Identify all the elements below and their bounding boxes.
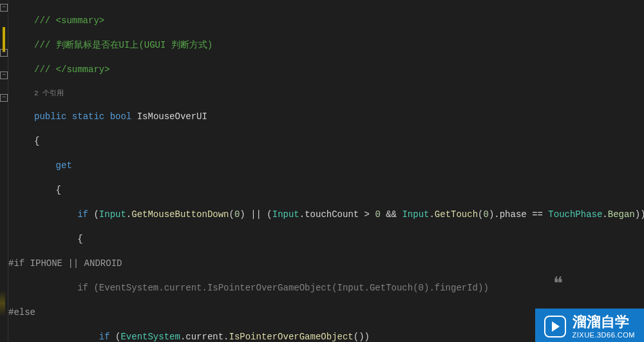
keyword: if: [77, 209, 88, 220]
play-icon: [544, 316, 566, 337]
method-call: GetMouseButtonDown: [131, 209, 229, 220]
watermark-url: ZIXUE.3D66.COM: [573, 331, 635, 339]
keyword: static: [72, 111, 104, 122]
codelens-references[interactable]: 2 个引用: [34, 88, 644, 99]
method-call: IsPointerOverGameObject: [229, 332, 354, 342]
code-editor: − − − − /// <summary> /// 判断鼠标是否在UI上(UGU…: [0, 0, 644, 342]
keyword-type: bool: [110, 111, 132, 122]
watermark-title: 溜溜自学: [573, 314, 635, 330]
enum-value: Began: [608, 209, 635, 220]
fold-toggle-icon[interactable]: −: [0, 94, 8, 102]
class-ref: Input: [99, 209, 126, 220]
preprocessor-directive: #if IPHONE || ANDROID: [8, 258, 122, 269]
preprocessor-directive: #else: [8, 307, 35, 318]
xml-doc-comment: /// <summary>: [34, 15, 104, 26]
watermark-badge: 溜溜自学 ZIXUE.3D66.COM: [535, 309, 644, 342]
decorative-quotes-icon: ❝: [553, 272, 560, 294]
brace: {: [34, 136, 39, 146]
change-marker: [3, 27, 5, 52]
xml-doc-comment: /// </summary>: [34, 64, 110, 75]
keyword: public: [34, 111, 66, 122]
property-name: IsMouseOverUI: [137, 111, 207, 122]
fold-toggle-icon[interactable]: −: [0, 71, 8, 79]
watermark-text: 溜溜自学 ZIXUE.3D66.COM: [573, 314, 635, 339]
class-ref: EventSystem: [120, 332, 180, 342]
brace: {: [77, 234, 82, 244]
xml-doc-comment: /// 判断鼠标是否在UI上(UGUI 判断方式): [34, 40, 213, 50]
property-ref: touchCount: [305, 209, 359, 220]
fold-toggle-icon[interactable]: −: [0, 4, 8, 12]
code-content[interactable]: /// <summary> /// 判断鼠标是否在UI上(UGUI 判断方式) …: [8, 0, 644, 342]
overview-marker: [0, 290, 5, 316]
inactive-code: if (EventSystem.current.IsPointerOverGam…: [77, 283, 489, 293]
enum-type: TouchPhase: [548, 209, 602, 220]
brace: {: [56, 185, 61, 195]
keyword: get: [56, 160, 72, 171]
